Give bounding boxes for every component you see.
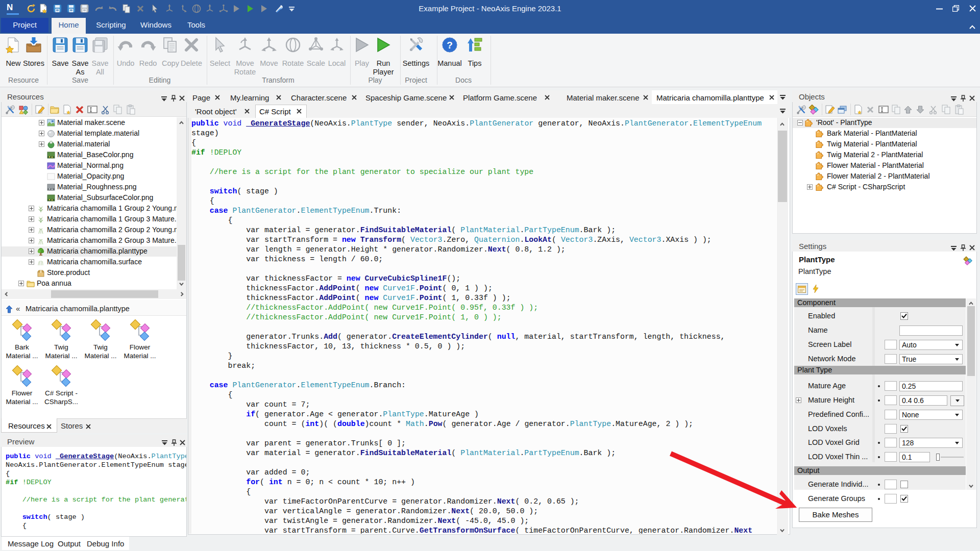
- svg-text:?: ?: [447, 40, 453, 51]
